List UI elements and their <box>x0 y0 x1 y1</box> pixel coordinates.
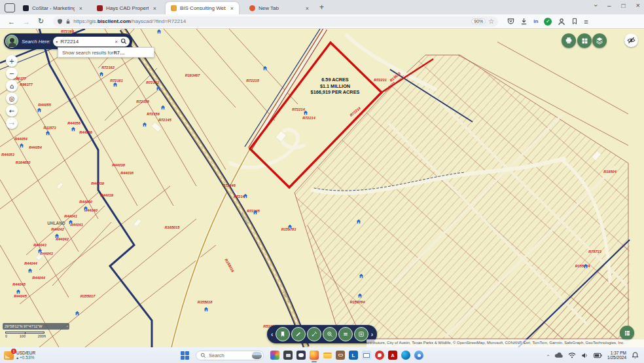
page-zoom-badge[interactable]: 90% <box>471 18 486 24</box>
previous-extent-button[interactable]: ← <box>6 105 18 117</box>
chat-app-icon[interactable] <box>296 351 306 360</box>
shield-icon[interactable] <box>57 18 63 25</box>
battery-icon[interactable] <box>594 353 602 358</box>
downloads-icon[interactable] <box>520 18 528 25</box>
photos-app-icon[interactable] <box>270 351 279 360</box>
tab-list-chevron-icon[interactable]: › <box>592 4 599 6</box>
shield-app-icon[interactable] <box>375 351 384 360</box>
acrobat-icon[interactable]: A <box>388 351 397 360</box>
map-canvas[interactable]: 6.59 ACRES $1.1 MILLION $166,919 PER ACR… <box>0 29 644 347</box>
parcel-label: R72146 <box>223 183 236 187</box>
print-button[interactable] <box>562 33 576 48</box>
pencil-icon <box>295 331 302 337</box>
onedrive-icon[interactable] <box>554 352 563 358</box>
parcel-label: R44054 <box>29 145 42 149</box>
toolbar-scroll-left-icon[interactable]: ‹ <box>271 331 273 338</box>
toolbar-scroll-right-icon[interactable]: › <box>371 331 373 338</box>
user-avatar[interactable] <box>5 35 18 48</box>
compare-tool-button[interactable] <box>338 327 353 341</box>
tab-close-icon[interactable]: × <box>152 5 158 12</box>
parcel-label: R44043 <box>40 252 53 256</box>
mail-app-icon[interactable] <box>362 351 371 360</box>
pocket-icon[interactable] <box>507 18 514 25</box>
parcel-label: R44038 <box>120 171 134 175</box>
forward-button[interactable]: → <box>23 18 30 26</box>
tab-label: Hays CAD Property Search <box>106 5 149 11</box>
briefcase-app-icon[interactable] <box>336 351 345 360</box>
file-explorer-icon[interactable] <box>323 351 332 360</box>
parcel-label: R44044 <box>32 276 45 280</box>
green-check-extension-icon[interactable]: ✓ <box>544 18 552 26</box>
currency-pair: USD/EUR <box>16 351 35 355</box>
close-window-button[interactable]: × <box>636 1 640 9</box>
zoom-in-button[interactable]: + <box>6 55 18 67</box>
clear-search-icon[interactable]: × <box>115 39 118 45</box>
browser-navbar: ← → ↻ https://gis.bisclient.com/hayscad/… <box>0 14 644 29</box>
parcel-label: R72215 <box>246 79 259 83</box>
ribbon-extension-icon[interactable] <box>571 18 578 25</box>
taskbar-clock[interactable]: 1:37 PM 1/25/2024 <box>607 351 626 360</box>
tab-bis-consulting[interactable]: BIS Consulting Web App × <box>166 2 239 14</box>
tab-close-icon[interactable]: × <box>304 5 310 12</box>
people-app-icon[interactable] <box>414 351 423 360</box>
minimize-button[interactable]: – <box>607 2 611 9</box>
firefox-view-icon[interactable] <box>5 3 15 12</box>
map-attribution: Community Maps Contributors, City of Aus… <box>367 339 644 347</box>
zoom-out-button[interactable]: − <box>6 67 18 79</box>
basemap-layers-button[interactable] <box>592 33 607 48</box>
attribute-table-button[interactable] <box>620 326 634 340</box>
taskbar-search[interactable]: Search <box>196 351 264 360</box>
back-button[interactable]: ← <box>8 18 15 26</box>
volume-icon[interactable] <box>581 352 588 359</box>
draw-tool-button[interactable] <box>291 327 306 341</box>
measure-tool-button[interactable] <box>307 327 321 341</box>
tray-overflow-chevron-icon[interactable]: › <box>545 354 551 356</box>
parcel-label: R72214 <box>302 116 315 120</box>
table-icon <box>624 330 631 337</box>
new-tab-button[interactable]: + <box>319 3 324 12</box>
browser-tabstrip: CoStar - Marketing Center × Hays CAD Pro… <box>0 0 644 14</box>
apps-grid-button[interactable] <box>577 33 592 48</box>
identify-tool-button[interactable] <box>323 327 337 341</box>
firefox-icon[interactable] <box>310 351 319 360</box>
parcel-label: R72214 <box>292 107 305 111</box>
parcel-label: R44045 <box>14 294 27 298</box>
wifi-icon[interactable] <box>568 352 576 358</box>
account-icon[interactable] <box>558 18 565 26</box>
parcel-label: R75733 <box>588 250 601 254</box>
locate-button[interactable]: ◎ <box>6 92 18 104</box>
edge-icon[interactable] <box>401 351 410 360</box>
hide-ui-button[interactable] <box>624 33 638 47</box>
parcel-label: R44055 <box>38 103 51 107</box>
currency-change: +0.53% <box>20 355 34 360</box>
start-button[interactable] <box>181 351 189 360</box>
notification-bell-icon[interactable] <box>632 352 639 359</box>
search-icon[interactable] <box>120 38 127 45</box>
tab-close-icon[interactable]: × <box>229 5 235 12</box>
reload-button[interactable]: ↻ <box>38 17 44 26</box>
search-tooltip[interactable]: Show search results for R7… <box>58 47 154 58</box>
coordinates-readout[interactable]: 29°58'12"N 97°47'11"W › <box>3 323 69 330</box>
map-viewport[interactable]: 6.59 ACRES $1.1 MILLION $166,919 PER ACR… <box>0 29 644 347</box>
linkedin-extension-icon[interactable]: in <box>533 18 538 24</box>
tab-new-tab[interactable]: New Tab × <box>244 2 314 14</box>
tab-hayscad[interactable]: Hays CAD Property Search × <box>92 2 162 14</box>
address-bar[interactable]: https://gis.bisclient.com/hayscad/?find=… <box>53 16 498 27</box>
annotation-price: $1.1 MILLION <box>320 83 350 89</box>
coordinates-expand-icon[interactable]: › <box>65 326 69 327</box>
next-extent-button[interactable]: → <box>6 117 18 129</box>
home-button[interactable]: ⌂ <box>6 80 18 92</box>
terminal-app-icon[interactable] <box>283 351 293 360</box>
menu-icon[interactable]: ≡ <box>584 18 588 26</box>
maximize-button[interactable]: □ <box>622 2 626 9</box>
bookmarks-tool-button[interactable] <box>276 327 290 341</box>
lock-icon[interactable] <box>65 18 71 25</box>
parcel-label: R72161 <box>110 79 123 83</box>
chevron-down-icon[interactable]: ▾ <box>56 39 58 44</box>
tab-costar[interactable]: CoStar - Marketing Center × <box>18 2 88 14</box>
linkedin-app-icon[interactable]: L <box>349 351 358 360</box>
taskbar-widget[interactable]: 1 USD/EUR ▴ +0.53% <box>4 351 181 360</box>
bookmark-star-icon[interactable]: ☆ <box>488 18 494 25</box>
search-input[interactable]: ▾ R72214 × <box>53 37 130 47</box>
tab-close-icon[interactable]: × <box>78 5 84 12</box>
